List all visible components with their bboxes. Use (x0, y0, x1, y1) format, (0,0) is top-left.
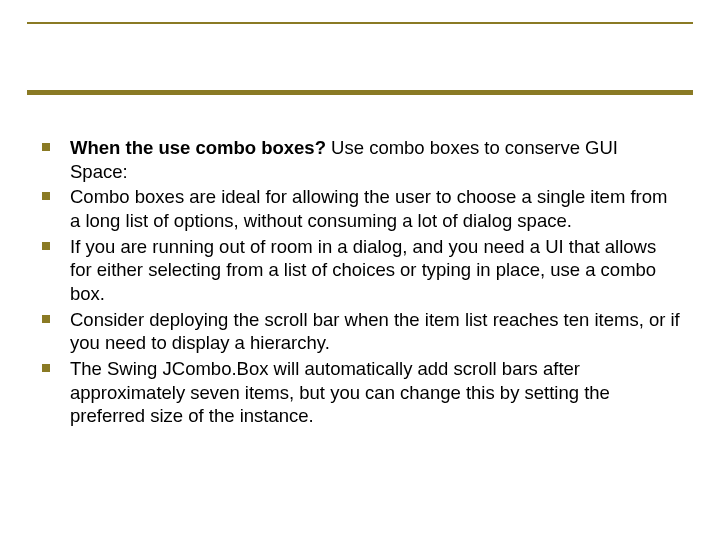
list-item: Combo boxes are ideal for allowing the u… (40, 185, 680, 232)
bullet-text: Combo boxes are ideal for allowing the u… (70, 186, 667, 231)
slide: When the use combo boxes? Use combo boxe… (0, 0, 720, 540)
list-item: If you are running out of room in a dial… (40, 235, 680, 306)
list-item: When the use combo boxes? Use combo boxe… (40, 136, 680, 183)
divider-top (27, 22, 693, 24)
slide-content: When the use combo boxes? Use combo boxe… (40, 136, 680, 430)
bullet-bold-lead: When the use combo boxes? (70, 137, 331, 158)
bullet-list: When the use combo boxes? Use combo boxe… (40, 136, 680, 428)
bullet-text: The Swing JCombo.Box will automatically … (70, 358, 610, 426)
divider-bottom (27, 90, 693, 95)
bullet-text: Consider deploying the scroll bar when t… (70, 309, 680, 354)
list-item: The Swing JCombo.Box will automatically … (40, 357, 680, 428)
list-item: Consider deploying the scroll bar when t… (40, 308, 680, 355)
bullet-text: If you are running out of room in a dial… (70, 236, 656, 304)
